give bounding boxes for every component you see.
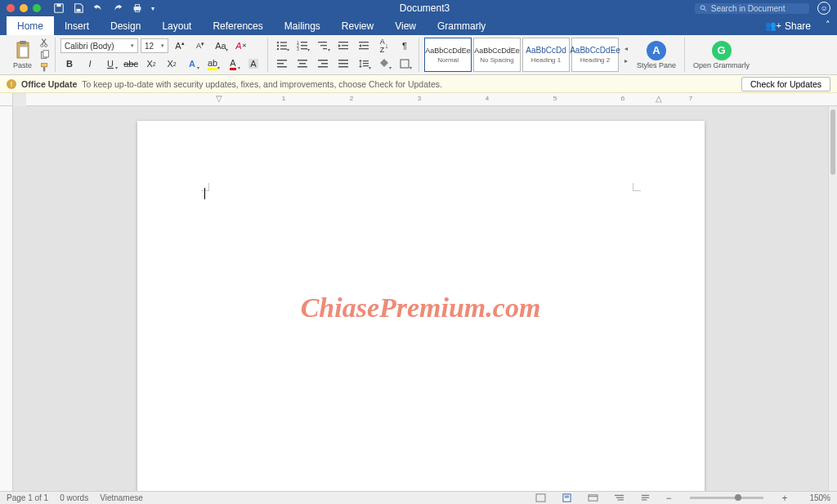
svg-rect-40 [277,66,287,68]
outline-view-icon[interactable] [611,493,626,504]
check-updates-button[interactable]: Check for Updates [741,77,830,91]
bold-button[interactable]: B [60,56,78,72]
style-no-spacing[interactable]: AaBbCcDdEeNo Spacing [473,38,521,72]
word-count[interactable]: 0 words [60,493,88,502]
indent-marker-left-icon[interactable]: ▽ [216,94,222,103]
page-indicator[interactable]: Page 1 of 1 [7,493,48,502]
strikethrough-button[interactable]: abc [122,56,140,72]
zoom-slider-thumb[interactable] [735,494,741,501]
highlight-color-icon[interactable]: ab▾ [204,56,222,72]
tab-mailings[interactable]: Mailings [274,16,331,35]
align-left-icon[interactable] [273,56,291,72]
decrease-indent-icon[interactable] [334,38,352,54]
borders-icon[interactable]: ▾ [396,56,414,72]
zoom-out-button[interactable]: − [664,493,674,504]
tab-review[interactable]: Review [331,16,384,35]
tab-home[interactable]: Home [7,16,54,35]
decrease-font-icon[interactable]: A▾ [191,38,209,54]
search-box[interactable] [695,3,809,14]
paste-button[interactable]: Paste [10,40,35,69]
language-indicator[interactable]: Vietnamese [100,493,143,502]
page[interactable]: ChiasePremium.com [137,121,705,491]
tab-insert[interactable]: Insert [54,16,100,35]
sort-icon[interactable]: AZ↓ [375,38,393,54]
format-painter-icon[interactable] [39,62,50,73]
numbering-icon[interactable]: 123▾ [293,38,311,54]
subscript-button[interactable]: X2 [142,56,160,72]
ruler-tick: 2 [350,95,353,102]
search-input[interactable] [711,4,804,13]
underline-button[interactable]: U▾ [101,56,119,72]
styles-pane-button[interactable]: A Styles Pane [633,41,679,69]
vertical-ruler[interactable] [0,106,13,491]
draft-view-icon[interactable] [638,493,652,504]
font-name-selector[interactable]: Calibri (Body)▾ [60,38,138,53]
paste-label: Paste [13,61,32,69]
font-color-icon[interactable]: A▾ [224,56,242,72]
styles-more-icon[interactable]: ◂▸ [620,38,632,72]
print-layout-icon[interactable] [559,493,574,504]
svg-rect-33 [342,45,348,46]
share-button[interactable]: 👥+Share [757,16,819,35]
zoom-in-button[interactable]: + [780,493,790,504]
line-spacing-icon[interactable]: ▾ [355,56,373,72]
focus-mode-icon[interactable] [533,493,548,504]
align-right-icon[interactable] [314,56,332,72]
character-shading-icon[interactable]: A [244,56,262,72]
svg-rect-66 [641,499,646,500]
tab-design[interactable]: Design [100,16,151,35]
shading-icon[interactable]: ▾ [375,56,393,72]
close-window-button[interactable] [7,4,15,12]
font-size-selector[interactable]: 12▾ [141,38,168,53]
multilevel-list-icon[interactable]: ▾ [314,38,332,54]
undo-icon[interactable] [92,2,104,14]
show-marks-icon[interactable]: ¶ [396,38,414,54]
scrollbar-thumb[interactable] [830,109,835,175]
copy-icon[interactable] [39,50,50,60]
vertical-scrollbar[interactable] [828,106,837,491]
web-layout-icon[interactable] [585,493,600,504]
collapse-ribbon-icon[interactable]: ˄ [819,16,837,35]
minimize-window-button[interactable] [20,4,28,12]
indent-marker-right-icon[interactable]: △ [656,94,662,103]
warning-icon: ! [7,79,16,89]
svg-rect-20 [280,45,287,46]
maximize-window-button[interactable] [33,4,41,12]
justify-icon[interactable] [334,56,352,72]
ruler-tick: 7 [689,95,692,102]
increase-indent-icon[interactable] [355,38,373,54]
style-heading-1[interactable]: AaBbCcDdHeading 1 [522,38,570,72]
save-icon[interactable] [73,2,84,14]
svg-rect-45 [321,63,328,65]
svg-rect-44 [318,60,328,61]
cut-icon[interactable] [39,38,50,48]
tab-grammarly[interactable]: Grammarly [427,16,496,35]
print-icon[interactable] [132,2,143,14]
autosave-icon[interactable] [53,2,65,14]
italic-button[interactable]: I [81,56,99,72]
feedback-icon[interactable]: ☺ [817,2,830,15]
svg-rect-53 [363,65,369,66]
clear-formatting-icon[interactable]: A✕ [232,38,250,54]
update-title: Office Update [21,79,77,89]
horizontal-ruler[interactable]: ▽ 1 2 3 4 5 6 7 △ [26,93,837,106]
text-effects-icon[interactable]: A▾ [183,56,201,72]
change-case-icon[interactable]: Aa▾ [212,38,230,54]
svg-rect-36 [362,45,369,46]
bullets-icon[interactable]: ▾ [273,38,291,54]
document-canvas[interactable]: ChiasePremium.com [13,106,828,491]
style-normal[interactable]: AaBbCcDdEeNormal [424,38,472,72]
zoom-level[interactable]: 150% [801,493,830,502]
superscript-button[interactable]: X2 [163,56,181,72]
tab-layout[interactable]: Layout [151,16,202,35]
redo-icon[interactable] [112,2,123,14]
style-heading-2[interactable]: AaBbCcDdEeHeading 2 [571,38,619,72]
font-size-value: 12 [145,42,154,51]
open-grammarly-button[interactable]: G Open Grammarly [690,41,753,69]
tab-references[interactable]: References [202,16,273,35]
zoom-slider[interactable] [690,497,763,499]
increase-font-icon[interactable]: A▴ [171,38,189,54]
tab-view[interactable]: View [384,16,427,35]
svg-rect-55 [536,494,545,502]
align-center-icon[interactable] [293,56,311,72]
